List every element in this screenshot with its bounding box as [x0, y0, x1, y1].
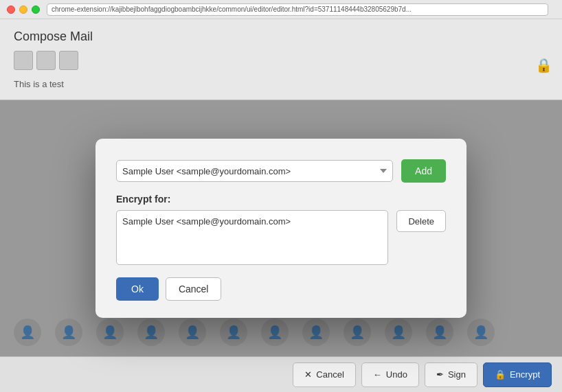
cancel-modal-button[interactable]: Cancel [166, 277, 222, 301]
encrypt-for-row: Delete [116, 210, 446, 265]
url-bar: chrome-extension://kajibbejlbohfaggdiogb… [47, 3, 548, 16]
minimize-button[interactable] [19, 5, 27, 14]
encrypt-button[interactable]: 🔒 Encrypt [483, 362, 552, 387]
close-button[interactable] [7, 5, 15, 14]
toolbar-btn-3[interactable] [59, 51, 78, 70]
middle-area: 👤 👤 👤 👤 👤 👤 👤 👤 👤 👤 👤 👤 Sample User <sam… [0, 100, 562, 356]
user-select[interactable]: Sample User <sample@yourdomain.com> [116, 160, 393, 182]
encrypt-for-textarea[interactable] [116, 210, 388, 265]
lock-icon: 🔒 [535, 57, 552, 73]
modal-dialog: Sample User <sample@yourdomain.com> Add … [95, 139, 467, 318]
sign-button[interactable]: ✒ Sign [425, 362, 477, 387]
compose-body: This is a test [14, 76, 548, 93]
undo-button[interactable]: ← Undo [361, 362, 419, 387]
undo-icon: ← [373, 369, 382, 380]
modal-actions: Ok Cancel [116, 277, 446, 301]
maximize-button[interactable] [32, 5, 40, 14]
user-select-row: Sample User <sample@yourdomain.com> Add [116, 159, 446, 183]
bottom-toolbar: ✕ Cancel ← Undo ✒ Sign 🔒 Encrypt [0, 356, 562, 392]
encrypt-for-label: Encrypt for: [116, 194, 446, 205]
title-bar: chrome-extension://kajibbejlbohfaggdiogb… [0, 0, 562, 19]
add-button[interactable]: Add [401, 159, 446, 183]
x-icon: ✕ [304, 369, 312, 380]
compose-toolbar [14, 51, 548, 70]
toolbar-btn-1[interactable] [14, 51, 33, 70]
traffic-lights [7, 5, 40, 14]
cancel-button[interactable]: ✕ Cancel [293, 362, 355, 387]
ok-button[interactable]: Ok [116, 277, 159, 301]
app-container: Compose Mail This is a test 🔒 👤 👤 👤 👤 👤 … [0, 19, 562, 392]
toolbar-btn-2[interactable] [36, 51, 56, 70]
delete-button[interactable]: Delete [396, 210, 446, 232]
pen-icon: ✒ [436, 369, 444, 380]
lock-icon: 🔒 [495, 369, 506, 380]
compose-area: Compose Mail This is a test 🔒 [0, 19, 562, 100]
modal-overlay: Sample User <sample@yourdomain.com> Add … [0, 100, 562, 356]
compose-title: Compose Mail [14, 30, 548, 44]
